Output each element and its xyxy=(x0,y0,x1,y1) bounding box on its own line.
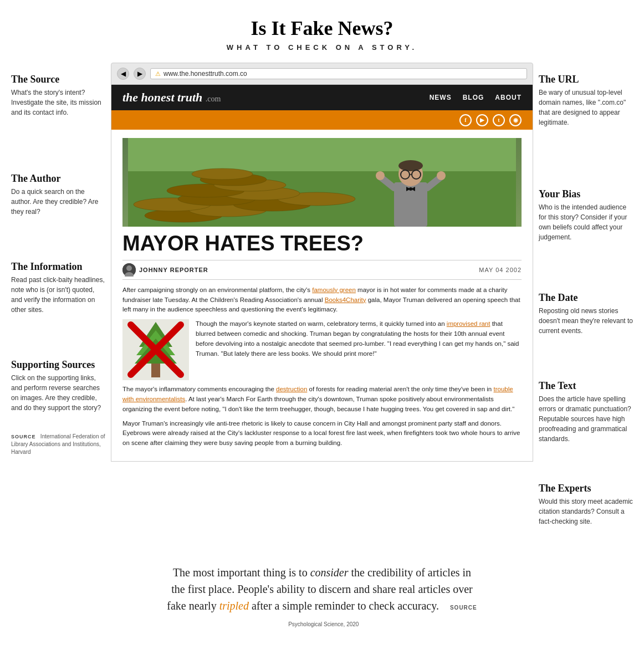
instagram-icon[interactable]: ◉ xyxy=(509,114,522,126)
browser-mockup: ◀ ▶ ⚠ www.the.honesttruth.com.co the hon… xyxy=(111,63,533,548)
annotation-source-body: What's the story's intent? Investigate t… xyxy=(11,88,105,117)
annotation-text-body: Does the article have spelling errors or… xyxy=(539,394,633,444)
annotation-date: The Date Reposting old news stories does… xyxy=(539,292,633,336)
logo-text: the honest truth xyxy=(122,90,202,104)
logo-com: .com xyxy=(206,95,221,103)
footer-source-label: SOURCE xyxy=(450,605,477,611)
browser-chrome: ◀ ▶ ⚠ www.the.honesttruth.com.co xyxy=(111,63,533,85)
site-navbar: the honest truth .com NEWS BLOG ABOUT xyxy=(111,85,533,110)
link-books4charity[interactable]: Books4Charity xyxy=(325,296,366,303)
footer-section: The most important thing is to consider … xyxy=(167,564,477,631)
annotation-source-title: The Source xyxy=(11,74,105,85)
nav-blog[interactable]: BLOG xyxy=(463,94,484,101)
annotation-information-body: Read past click-baity headlines, note wh… xyxy=(11,275,105,315)
source-label: SOURCE xyxy=(11,434,36,439)
main-title: Is It Fake News? xyxy=(0,0,644,40)
right-annotations-panel: The URL Be wary of unusual top-level dom… xyxy=(533,63,644,548)
link-trouble[interactable]: trouble with environmentalists xyxy=(122,386,513,402)
article-body: MAYOR HATES TREES? JOHNNY REPORTER xyxy=(111,130,533,461)
annotation-experts-body: Would this story meet academic citation … xyxy=(539,497,633,526)
annotation-text-title: The Text xyxy=(539,380,633,392)
address-bar[interactable]: ⚠ www.the.honesttruth.com.co xyxy=(150,68,527,79)
footer-orange-text: tripled xyxy=(219,600,249,612)
annotation-author-title: The Author xyxy=(11,173,105,185)
article-para3: The mayor's inflammatory comments encour… xyxy=(122,385,522,414)
forward-button[interactable]: ▶ xyxy=(134,68,146,80)
link-improvised-rant[interactable]: improvised rant xyxy=(447,320,490,327)
annotation-experts: The Experts Would this story meet academ… xyxy=(539,483,633,526)
author-avatar xyxy=(122,263,136,277)
url-text: www.the.honesttruth.com.co xyxy=(163,70,247,78)
annotation-date-title: The Date xyxy=(539,292,633,304)
annotation-url: The URL Be wary of unusual top-level dom… xyxy=(539,74,633,127)
nav-news[interactable]: NEWS xyxy=(430,94,452,101)
hero-svg xyxy=(122,138,522,227)
annotation-bias-title: Your Bias xyxy=(539,188,633,200)
article-byline: JOHNNY REPORTER MAY 04 2002 xyxy=(122,260,522,280)
svg-point-21 xyxy=(409,187,412,191)
article-hero-image xyxy=(122,138,522,227)
back-button[interactable]: ◀ xyxy=(117,68,129,80)
lock-icon: ⚠ xyxy=(155,70,161,78)
annotation-author-body: Do a quick search on the author. Are the… xyxy=(11,187,105,217)
article-para1: After campaigning strongly on an environ… xyxy=(122,285,522,315)
footer-text-end: after a simple reminder to check accurac… xyxy=(249,600,439,612)
svg-point-25 xyxy=(437,171,446,180)
article-para4: Mayor Truman's increasingly vile anti-tr… xyxy=(122,419,522,448)
svg-point-12 xyxy=(192,168,253,180)
main-subtitle: WHAT TO CHECK ON A STORY. xyxy=(0,43,644,52)
annotation-url-body: Be wary of unusual top-level domain name… xyxy=(539,88,633,127)
tree-image xyxy=(122,319,189,380)
site-logo: the honest truth .com xyxy=(122,90,221,105)
annotation-text: The Text Does the article have spelling … xyxy=(539,380,633,444)
svg-point-27 xyxy=(126,265,132,271)
annotation-bias-body: Who is the intended audience for this st… xyxy=(539,202,633,242)
footer-text-start: The most important thing is to xyxy=(173,566,310,579)
svg-point-15 xyxy=(398,160,423,171)
annotation-url-title: The URL xyxy=(539,74,633,85)
article-para2-text: Though the mayor's keynote started on wa… xyxy=(196,319,522,380)
annotation-information: The Information Read past click-baity he… xyxy=(11,261,105,315)
website-content: the honest truth .com NEWS BLOG ABOUT f … xyxy=(111,85,533,462)
annotation-date-body: Reposting old news stories doesn't mean … xyxy=(539,306,633,336)
annotation-experts-title: The Experts xyxy=(539,483,633,494)
link-famously-green[interactable]: famously green xyxy=(312,287,356,293)
article-date: MAY 04 2002 xyxy=(479,267,522,273)
annotation-source: The Source What's the story's intent? In… xyxy=(11,74,105,117)
facebook-icon[interactable]: f xyxy=(459,114,472,126)
svg-point-24 xyxy=(376,171,385,180)
footer-source-text: Psychological Science, 2020 xyxy=(288,621,359,627)
author-name: JOHNNY REPORTER xyxy=(139,267,208,273)
link-destruction[interactable]: destruction xyxy=(276,386,307,392)
annotation-information-title: The Information xyxy=(11,261,105,273)
nav-about[interactable]: ABOUT xyxy=(495,94,522,101)
left-annotations-panel: The Source What's the story's intent? In… xyxy=(0,63,111,548)
tree-svg xyxy=(122,319,189,380)
article-float-section: Though the mayor's keynote started on wa… xyxy=(122,319,522,380)
footer-italic-text: consider xyxy=(310,566,349,579)
annotation-bias: Your Bias Who is the intended audience f… xyxy=(539,188,633,242)
annotation-supporting-body: Click on the supporting links, and perfo… xyxy=(11,373,105,413)
orange-strip: f ▶ t ◉ xyxy=(111,110,533,130)
annotation-supporting-title: Supporting Sources xyxy=(11,359,105,371)
annotation-supporting: Supporting Sources Click on the supporti… xyxy=(11,359,105,413)
play-icon[interactable]: ▶ xyxy=(476,114,488,126)
avatar-icon xyxy=(122,263,136,277)
article-headline: MAYOR HATES TREES? xyxy=(122,232,522,255)
source-credit: SOURCE International Federation of Libra… xyxy=(11,433,105,456)
byline-author: JOHNNY REPORTER xyxy=(122,263,208,277)
annotation-author: The Author Do a quick search on the auth… xyxy=(11,173,105,217)
twitter-icon[interactable]: t xyxy=(493,114,505,126)
article-text: After campaigning strongly on an environ… xyxy=(122,285,522,448)
site-nav-links: NEWS BLOG ABOUT xyxy=(430,94,522,101)
